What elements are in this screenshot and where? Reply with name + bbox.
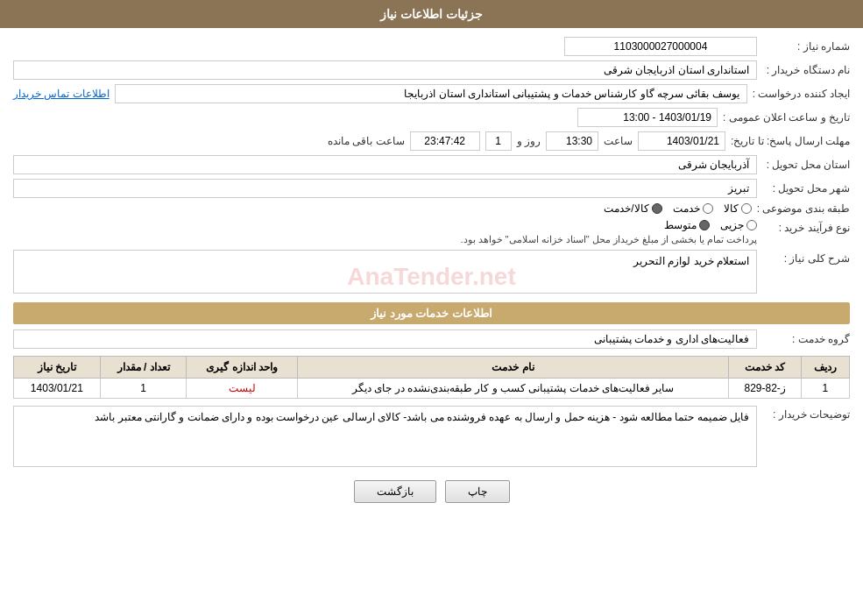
footer-buttons: چاپ بازگشت <box>13 480 850 503</box>
col-name: نام خدمت <box>297 357 729 379</box>
row-qty: 1 <box>100 379 187 399</box>
col-date: تاریخ نیاز <box>14 357 101 379</box>
description-textarea[interactable] <box>13 250 757 294</box>
category-radio-khedmat <box>703 203 713 214</box>
deadline-remaining-label: ساعت باقی مانده <box>328 135 405 147</box>
category-radio-kala-khedmat <box>652 203 662 214</box>
category-radio-group: کالا خدمت کالا/خدمت <box>604 202 751 215</box>
date-label: تاریخ و ساعت اعلان عمومی : <box>723 111 850 124</box>
procurement-label: نوع فرآیند خرید : <box>762 219 850 234</box>
deadline-date-value: 1403/01/21 <box>638 131 725 151</box>
col-code: کد خدمت <box>729 357 802 379</box>
row-unit: لیست <box>187 379 297 399</box>
buyer-row: نام دستگاه خریدار : استانداری استان اذرب… <box>13 60 850 80</box>
back-button[interactable]: بازگشت <box>354 480 436 503</box>
deadline-time-value: 13:30 <box>546 131 598 151</box>
service-group-label: گروه خدمت : <box>762 333 850 345</box>
description-row: شرح کلی نیاز : <box>13 250 850 294</box>
date-row: تاریخ و ساعت اعلان عمومی : 1403/01/19 - … <box>13 108 850 127</box>
creator-value: یوسف بقائی سرچه گاو کارشناس خدمات و پشتی… <box>115 84 747 103</box>
service-section-header: اطلاعات خدمات مورد نیاز <box>13 302 850 324</box>
procurement-radio-group: جزیی متوسط <box>13 219 757 231</box>
deadline-row: مهلت ارسال پاسخ: تا تاریخ: 1403/01/21 سا… <box>13 131 850 151</box>
service-table: ردیف کد خدمت نام خدمت واحد اندازه گیری ت… <box>13 356 850 399</box>
service-group-value: فعالیت‌های اداری و خدمات پشتیبانی <box>13 329 757 349</box>
content-area: AnaTender.net شماره نیاز : 1103000027000… <box>0 28 863 525</box>
procurement-option-motevaset[interactable]: متوسط <box>664 219 710 231</box>
description-label: شرح کلی نیاز : <box>762 250 850 265</box>
need-number-value: 1103000027000004 <box>564 37 757 56</box>
need-number-label: شماره نیاز : <box>762 40 850 53</box>
creator-row: ایجاد کننده درخواست : یوسف بقائی سرچه گا… <box>13 84 850 103</box>
category-radio-kala <box>741 203 752 214</box>
city-value: تبریز <box>13 179 757 198</box>
need-number-row: شماره نیاز : 1103000027000004 <box>13 37 850 56</box>
city-label: شهر محل تحویل : <box>762 182 850 195</box>
row-name: سایر فعالیت‌های خدمات پشتیبانی کسب و کار… <box>297 379 729 399</box>
row-number: 1 <box>801 379 849 399</box>
date-value: 1403/01/19 - 13:00 <box>577 108 718 127</box>
province-label: استان محل تحویل : <box>762 159 850 171</box>
category-row: طبقه بندی موضوعی : کالا خدمت کالا/خدمت <box>13 202 850 215</box>
table-row: 1 ز-82-829 سایر فعالیت‌های خدمات پشتیبان… <box>14 379 850 399</box>
page-wrapper: جزئیات اطلاعات نیاز AnaTender.net شماره … <box>0 0 863 616</box>
buyer-notes-textarea[interactable] <box>13 406 757 467</box>
procurement-radio-jozii <box>746 220 757 230</box>
col-row: ردیف <box>801 357 849 379</box>
procurement-jozii-label: جزیی <box>720 219 744 231</box>
procurement-option-jozii[interactable]: جزیی <box>720 219 757 231</box>
deadline-day-value: 1 <box>485 131 512 151</box>
print-button[interactable]: چاپ <box>445 480 510 503</box>
row-date: 1403/01/21 <box>14 379 101 399</box>
deadline-day-label: روز و <box>517 135 541 147</box>
buyer-notes-row: توضیحات خریدار : <box>13 406 850 467</box>
procurement-motevaset-label: متوسط <box>664 219 697 231</box>
procurement-note: پرداخت تمام یا بخشی از مبلغ خریداز محل "… <box>13 234 757 245</box>
row-code: ز-82-829 <box>729 379 802 399</box>
procurement-radio-motevaset <box>699 220 710 230</box>
province-row: استان محل تحویل : آذربایجان شرقی <box>13 155 850 174</box>
category-option-kala-label: کالا <box>724 202 739 215</box>
creator-link[interactable]: اطلاعات تماس خریدار <box>13 88 110 100</box>
table-header-row: ردیف کد خدمت نام خدمت واحد اندازه گیری ت… <box>14 357 850 379</box>
creator-label: ایجاد کننده درخواست : <box>753 88 850 100</box>
col-unit: واحد اندازه گیری <box>187 357 297 379</box>
category-option-khedmat-label: خدمت <box>673 202 700 215</box>
category-label: طبقه بندی موضوعی : <box>757 202 850 215</box>
deadline-label: مهلت ارسال پاسخ: تا تاریخ: <box>731 135 850 147</box>
category-option-kala[interactable]: کالا <box>724 202 752 215</box>
page-header: جزئیات اطلاعات نیاز <box>0 0 863 28</box>
deadline-remaining-value: 23:47:42 <box>410 131 480 151</box>
buyer-label: نام دستگاه خریدار : <box>762 64 850 76</box>
col-qty: تعداد / مقدار <box>100 357 187 379</box>
category-option-kala-khedmat-label: کالا/خدمت <box>604 202 648 215</box>
city-row: شهر محل تحویل : تبریز <box>13 179 850 198</box>
buyer-value: استانداری استان اذربایجان شرقی <box>13 60 757 80</box>
service-group-row: گروه خدمت : فعالیت‌های اداری و خدمات پشت… <box>13 329 850 349</box>
deadline-time-label: ساعت <box>604 135 633 147</box>
procurement-row: نوع فرآیند خرید : جزیی متوسط پرداخت تمام… <box>13 219 850 245</box>
province-value: آذربایجان شرقی <box>13 155 757 174</box>
category-option-kala-khedmat[interactable]: کالا/خدمت <box>604 202 661 215</box>
category-option-khedmat[interactable]: خدمت <box>673 202 713 215</box>
buyer-notes-label: توضیحات خریدار : <box>762 406 850 421</box>
page-title: جزئیات اطلاعات نیاز <box>380 7 483 21</box>
